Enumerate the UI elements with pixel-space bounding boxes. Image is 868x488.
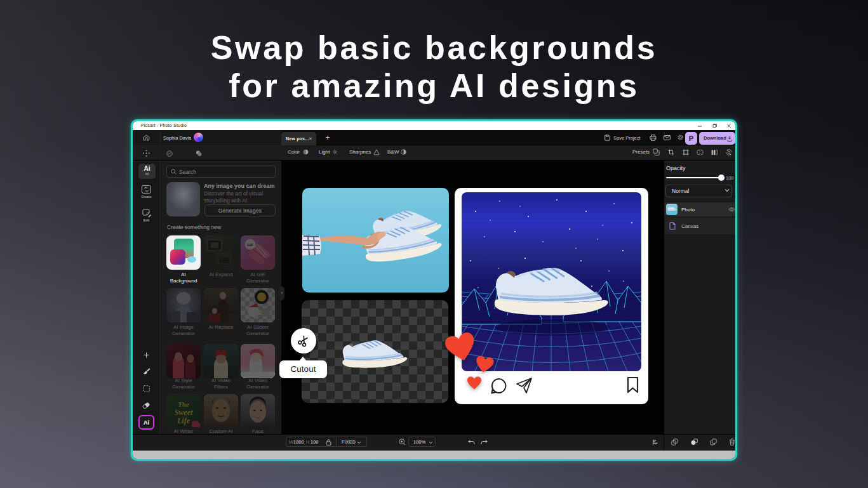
svg-text:GIF: GIF	[247, 243, 253, 247]
svg-text:Sweet: Sweet	[175, 408, 193, 417]
svg-text:The: The	[178, 400, 189, 408]
svg-text:Life: Life	[177, 416, 190, 425]
